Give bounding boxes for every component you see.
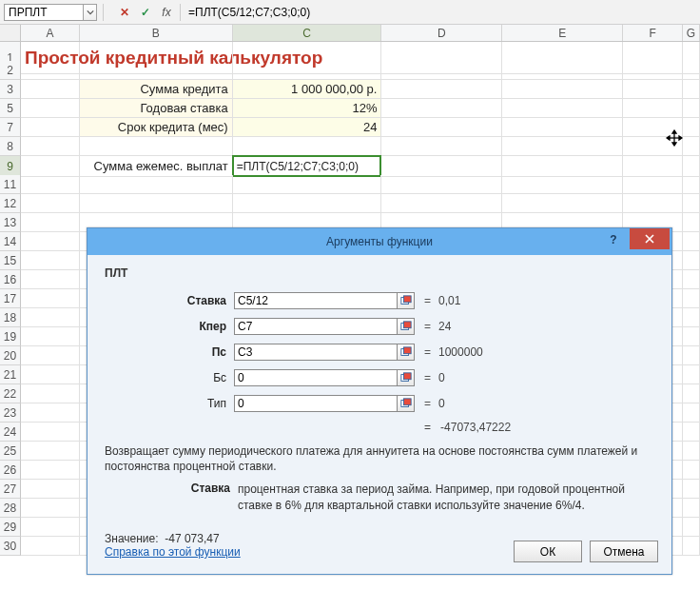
- cell[interactable]: [683, 499, 700, 518]
- row-header[interactable]: 25: [0, 442, 21, 461]
- row-header[interactable]: 27: [0, 480, 21, 499]
- insert-function-button[interactable]: fx: [159, 5, 174, 20]
- arg-input-Кпер[interactable]: [234, 318, 398, 335]
- range-selector-button[interactable]: [398, 395, 415, 412]
- cell-D2[interactable]: [381, 61, 502, 80]
- cell[interactable]: [233, 194, 382, 213]
- cell-B5[interactable]: Годовая ставка: [80, 99, 233, 118]
- cell[interactable]: [21, 384, 80, 403]
- cell-D7[interactable]: [381, 118, 502, 137]
- row-header-3[interactable]: 3: [0, 80, 21, 99]
- row-header[interactable]: 12: [0, 194, 21, 213]
- cell-F3[interactable]: [623, 80, 683, 99]
- cancel-button[interactable]: Отмена: [590, 541, 658, 562]
- cell[interactable]: [502, 194, 623, 213]
- cell[interactable]: [21, 346, 80, 365]
- name-box-input[interactable]: [4, 4, 84, 21]
- cell-E2[interactable]: [502, 61, 623, 80]
- dialog-close-button[interactable]: [630, 228, 670, 249]
- ok-button[interactable]: ОК: [514, 541, 582, 562]
- cell-G2[interactable]: [683, 61, 700, 80]
- cell-G5[interactable]: [683, 99, 700, 118]
- function-help-link[interactable]: Справка по этой функции: [105, 545, 241, 559]
- cell-E9[interactable]: [502, 156, 623, 177]
- cell[interactable]: [21, 251, 80, 270]
- row-header[interactable]: 28: [0, 499, 21, 518]
- arg-input-Пс[interactable]: [234, 344, 398, 361]
- row-header[interactable]: 26: [0, 461, 21, 480]
- cell-G7[interactable]: [683, 118, 700, 137]
- cell-B7[interactable]: Срок кредита (мес): [80, 118, 233, 137]
- row-header[interactable]: 17: [0, 289, 21, 308]
- row-header[interactable]: 21: [0, 365, 21, 384]
- cell-E5[interactable]: [502, 99, 623, 118]
- cell[interactable]: [683, 537, 700, 556]
- cell[interactable]: [21, 289, 80, 308]
- cell-B3[interactable]: Сумма кредита: [80, 80, 233, 99]
- cell[interactable]: [381, 194, 502, 213]
- col-header-D[interactable]: D: [381, 25, 502, 41]
- cell[interactable]: [683, 423, 700, 442]
- cell[interactable]: [80, 194, 233, 213]
- cell[interactable]: [683, 213, 700, 232]
- cell-F5[interactable]: [623, 99, 683, 118]
- cell[interactable]: [683, 194, 700, 213]
- cell-A3[interactable]: [21, 80, 80, 99]
- cell-D9[interactable]: [381, 156, 502, 177]
- cell-B2[interactable]: [80, 61, 233, 80]
- row-header-5[interactable]: 5: [0, 99, 21, 118]
- row-header-9[interactable]: 9: [0, 156, 21, 177]
- cell[interactable]: [683, 346, 700, 365]
- cell[interactable]: [21, 480, 80, 499]
- cell-E7[interactable]: [502, 118, 623, 137]
- row-header-2[interactable]: 2: [0, 61, 21, 80]
- cell[interactable]: [21, 403, 80, 423]
- cell[interactable]: [80, 175, 233, 194]
- row-header[interactable]: 29: [0, 518, 21, 537]
- col-header-A[interactable]: A: [21, 25, 80, 41]
- cell-C5[interactable]: 12%: [233, 99, 382, 118]
- cell-B8[interactable]: [80, 137, 233, 156]
- cell[interactable]: [623, 175, 683, 194]
- cell-F8[interactable]: [623, 137, 683, 156]
- cell[interactable]: [233, 175, 382, 194]
- cell[interactable]: [683, 251, 700, 270]
- range-selector-button[interactable]: [398, 318, 415, 335]
- cell-A2[interactable]: [21, 61, 80, 80]
- cell[interactable]: [21, 213, 80, 232]
- range-selector-button[interactable]: [398, 292, 415, 309]
- cell-C7[interactable]: 24: [233, 118, 382, 137]
- cell-A7[interactable]: [21, 118, 80, 137]
- cell-B9[interactable]: Сумма ежемес. выплат: [80, 156, 233, 177]
- row-header[interactable]: 23: [0, 403, 21, 423]
- name-box-dropdown[interactable]: [84, 4, 97, 21]
- range-selector-button[interactable]: [398, 369, 415, 386]
- row-header[interactable]: 13: [0, 213, 21, 232]
- cell-C9[interactable]: =ПЛТ(C5/12;C7;C3;0;0): [233, 156, 382, 177]
- cell-A5[interactable]: [21, 99, 80, 118]
- cell-A8[interactable]: [21, 137, 80, 156]
- cell-G8[interactable]: [683, 137, 700, 156]
- cell[interactable]: [683, 518, 700, 537]
- dialog-titlebar[interactable]: Аргументы функции ?: [88, 228, 671, 255]
- cell[interactable]: [21, 518, 80, 537]
- cell-E3[interactable]: [502, 80, 623, 99]
- cell-A9[interactable]: [21, 156, 80, 177]
- cell[interactable]: [21, 232, 80, 251]
- cancel-formula-button[interactable]: ✕: [117, 5, 132, 20]
- cell[interactable]: [683, 403, 700, 423]
- row-header[interactable]: 15: [0, 251, 21, 270]
- col-header-G[interactable]: G: [683, 25, 700, 41]
- cell[interactable]: [21, 423, 80, 442]
- col-header-F[interactable]: F: [623, 25, 683, 41]
- col-header-E[interactable]: E: [502, 25, 623, 41]
- row-header[interactable]: 16: [0, 270, 21, 289]
- row-header-8[interactable]: 8: [0, 137, 21, 156]
- range-selector-button[interactable]: [398, 344, 415, 361]
- dialog-help-button[interactable]: ?: [599, 228, 628, 251]
- row-header[interactable]: 22: [0, 384, 21, 403]
- cell[interactable]: [683, 270, 700, 289]
- cell-D8[interactable]: [381, 137, 502, 156]
- row-header[interactable]: 19: [0, 327, 21, 346]
- cell[interactable]: [683, 461, 700, 480]
